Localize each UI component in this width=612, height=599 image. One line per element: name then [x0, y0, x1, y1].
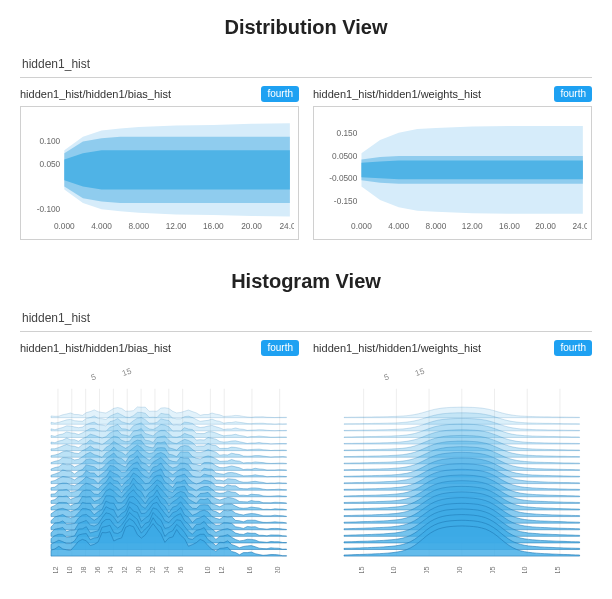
run-badge[interactable]: fourth [261, 86, 299, 102]
svg-text:24.00: 24.00 [280, 222, 294, 231]
svg-text:-0.15: -0.15 [357, 567, 366, 573]
svg-text:12.00: 12.00 [166, 222, 187, 231]
svg-text:0.10: 0.10 [203, 567, 212, 573]
section-title-histogram: Histogram View [20, 270, 592, 293]
divider [20, 331, 592, 332]
panel-bias-distribution: hidden1_hist/hidden1/bias_hist fourth 0.… [20, 86, 299, 240]
svg-text:15: 15 [121, 367, 133, 379]
svg-text:0.20: 0.20 [273, 567, 282, 573]
svg-text:5: 5 [90, 372, 98, 382]
svg-text:0.05: 0.05 [488, 567, 497, 573]
svg-text:0.12: 0.12 [217, 567, 226, 573]
svg-text:0.04: 0.04 [162, 567, 171, 573]
svg-text:-0.05: -0.05 [422, 567, 431, 573]
panel-title: hidden1_hist/hidden1/weights_hist [313, 88, 481, 100]
svg-text:4.000: 4.000 [91, 222, 112, 231]
distribution-panels: hidden1_hist/hidden1/bias_hist fourth 0.… [20, 86, 592, 240]
panel-title: hidden1_hist/hidden1/bias_hist [20, 88, 171, 100]
svg-text:0.10: 0.10 [520, 567, 529, 573]
svg-text:-0.04: -0.04 [106, 567, 115, 573]
svg-text:-0.02: -0.02 [120, 567, 129, 573]
group-label: hidden1_hist [20, 53, 592, 75]
svg-text:20.00: 20.00 [535, 222, 556, 231]
chart-distribution-weights: 0.150 0.0500 -0.0500 -0.150 0.000 4.000 … [313, 106, 592, 240]
svg-text:0.000: 0.000 [351, 222, 372, 231]
svg-text:0.0500: 0.0500 [332, 152, 358, 161]
svg-text:15: 15 [414, 367, 426, 379]
svg-text:12.00: 12.00 [462, 222, 483, 231]
svg-text:-0.06: -0.06 [93, 567, 102, 573]
svg-text:0.06: 0.06 [176, 567, 185, 573]
svg-text:16.00: 16.00 [499, 222, 520, 231]
svg-text:-0.08: -0.08 [79, 567, 88, 573]
run-badge[interactable]: fourth [554, 340, 592, 356]
svg-text:0.100: 0.100 [40, 137, 61, 146]
svg-text:0.050: 0.050 [40, 160, 61, 169]
svg-text:0.150: 0.150 [337, 129, 358, 138]
svg-text:0.15: 0.15 [553, 567, 562, 573]
svg-text:8.000: 8.000 [426, 222, 447, 231]
panel-weights-distribution: hidden1_hist/hidden1/weights_hist fourth… [313, 86, 592, 240]
chart-distribution-bias: 0.100 0.050 -0.100 0.000 4.000 8.000 12.… [20, 106, 299, 240]
svg-text:16.00: 16.00 [203, 222, 224, 231]
svg-text:0.000: 0.000 [54, 222, 75, 231]
svg-text:5: 5 [383, 372, 391, 382]
svg-text:-0.100: -0.100 [37, 205, 61, 214]
panel-title: hidden1_hist/hidden1/weights_hist [313, 342, 481, 354]
svg-text:24.00: 24.00 [573, 222, 587, 231]
group-label: hidden1_hist [20, 307, 592, 329]
svg-text:8.000: 8.000 [128, 222, 149, 231]
section-title-distribution: Distribution View [20, 16, 592, 39]
svg-text:-0.12: -0.12 [51, 567, 60, 573]
svg-text:-0.0500: -0.0500 [329, 174, 357, 183]
svg-text:-0.150: -0.150 [334, 197, 358, 206]
histogram-panels: hidden1_hist/hidden1/bias_hist fourth 51… [20, 340, 592, 573]
svg-text:-0.10: -0.10 [65, 567, 74, 573]
panel-weights-histogram: hidden1_hist/hidden1/weights_hist fourth… [313, 340, 592, 573]
svg-text:4.000: 4.000 [388, 222, 409, 231]
run-badge[interactable]: fourth [261, 340, 299, 356]
svg-text:0.00: 0.00 [455, 567, 464, 573]
panel-bias-histogram: hidden1_hist/hidden1/bias_hist fourth 51… [20, 340, 299, 573]
svg-text:0.00: 0.00 [134, 567, 143, 573]
run-badge[interactable]: fourth [554, 86, 592, 102]
divider [20, 77, 592, 78]
chart-histogram-bias: 515-0.12-0.10-0.08-0.06-0.04-0.020.000.0… [20, 360, 299, 573]
svg-text:-0.10: -0.10 [389, 567, 398, 573]
panel-title: hidden1_hist/hidden1/bias_hist [20, 342, 171, 354]
svg-text:0.16: 0.16 [245, 567, 254, 573]
svg-text:20.00: 20.00 [241, 222, 262, 231]
chart-histogram-weights: 515-0.15-0.10-0.050.000.050.100.15 [313, 360, 592, 573]
svg-text:0.02: 0.02 [148, 567, 157, 573]
